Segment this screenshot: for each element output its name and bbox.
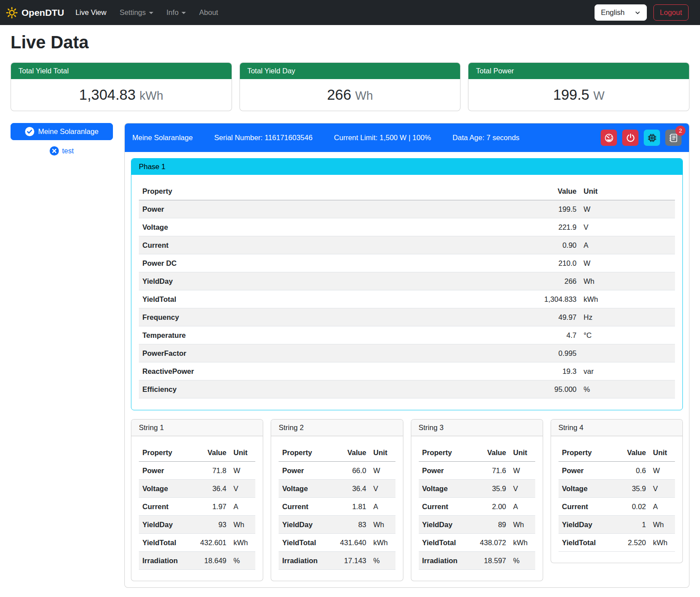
column-value: Value [328, 444, 370, 462]
sun-icon [6, 7, 18, 18]
unit-cell: A [510, 498, 535, 516]
property-cell: Power [139, 462, 188, 480]
property-cell: YieldDay [559, 516, 608, 534]
unit-cell: W [370, 462, 395, 480]
unit-cell: Hz [580, 308, 675, 326]
gauge-icon [604, 133, 614, 143]
unit-cell: % [230, 552, 255, 570]
unit-cell: var [580, 362, 675, 380]
limit-settings-button[interactable] [601, 130, 617, 146]
card-total-yield-day: Total Yield Day 266Wh [239, 62, 461, 111]
caret-down-icon [181, 12, 186, 14]
value-cell: 35.9 [608, 480, 649, 498]
property-cell: Temperature [139, 326, 514, 344]
property-cell: Power DC [139, 254, 514, 272]
power-icon [626, 133, 635, 143]
column-value: Value [608, 444, 649, 462]
property-cell: Current [279, 498, 328, 516]
column-property: Property [419, 444, 468, 462]
table-row: Voltage36.4V [279, 480, 395, 498]
string-card-3: String 3 Property Value Unit [411, 419, 543, 581]
table-row: ReactivePower19.3var [139, 362, 675, 380]
nav-item-info[interactable]: Info [167, 8, 186, 17]
unit-cell: W [230, 462, 255, 480]
card-unit: Wh [355, 89, 373, 102]
device-info-button[interactable] [644, 130, 660, 146]
unit-cell: kWh [649, 534, 675, 552]
inverter-list: Meine Solaranlage test [11, 123, 113, 156]
table-row: Current1.97A [139, 498, 255, 516]
inverter-limit: Current Limit: 1,500 W | 100% [334, 134, 431, 142]
brand[interactable]: OpenDTU [6, 7, 64, 18]
unit-cell: Wh [510, 516, 535, 534]
unit-cell: W [510, 462, 535, 480]
value-cell: 93 [188, 516, 230, 534]
inverter-panel: Meine Solaranlage Serial Number: 1161716… [124, 123, 689, 588]
value-cell: 36.4 [188, 480, 230, 498]
value-cell: 1.97 [188, 498, 230, 516]
nav-item-live-view[interactable]: Live View [76, 8, 106, 17]
column-unit: Unit [580, 182, 675, 200]
table-row: Irradiation18.649% [139, 552, 255, 570]
unit-cell: kWh [370, 534, 395, 552]
unit-cell: Wh [370, 516, 395, 534]
caret-down-icon [149, 12, 153, 14]
language-select[interactable]: English [595, 4, 646, 21]
property-cell: YieldTotal [139, 534, 188, 552]
inverter-select-button[interactable]: Meine Solaranlage [11, 123, 113, 140]
string-title: String 3 [411, 420, 543, 436]
value-cell: 95.000 [514, 380, 580, 398]
property-cell: Power [419, 462, 468, 480]
column-property: Property [139, 182, 514, 200]
value-cell: 71.8 [188, 462, 230, 480]
unit-cell: V [649, 480, 675, 498]
unit-cell: W [580, 254, 675, 272]
unit-cell: A [580, 236, 675, 254]
value-cell: 266 [514, 272, 580, 290]
inverter-item-test[interactable]: test [11, 146, 113, 156]
nav-item-settings[interactable]: Settings [120, 8, 153, 17]
property-cell: Voltage [419, 480, 468, 498]
table-row: Current0.02A [559, 498, 675, 516]
inverter-select-label: Meine Solaranlage [38, 127, 99, 136]
value-cell: 199.5 [514, 200, 580, 218]
card-title: Total Yield Day [240, 63, 461, 79]
table-row: YieldDay1Wh [559, 516, 675, 534]
property-cell: Voltage [139, 218, 514, 236]
value-cell: 2.520 [608, 534, 649, 552]
x-circle-icon [50, 146, 59, 156]
property-cell: Irradiation [419, 552, 468, 570]
table-row: YieldDay266Wh [139, 272, 675, 290]
chevron-down-icon [635, 10, 641, 16]
value-cell: 89 [468, 516, 510, 534]
value-cell: 0.6 [608, 462, 649, 480]
check-circle-icon [25, 127, 34, 136]
property-cell: YieldTotal [559, 534, 608, 552]
column-property: Property [559, 444, 608, 462]
event-count-badge: 2 [675, 126, 685, 136]
property-cell: YieldDay [139, 516, 188, 534]
card-value: 199.5 [553, 87, 590, 103]
nav-item-about[interactable]: About [199, 8, 218, 17]
string-card-1: String 1 Property Value Unit [131, 419, 263, 581]
value-cell: 1.81 [328, 498, 370, 516]
inverter-data-age: Data Age: 7 seconds [453, 134, 519, 142]
table-row: YieldDay93Wh [139, 516, 255, 534]
column-property: Property [279, 444, 328, 462]
power-button[interactable] [622, 130, 638, 146]
property-cell: Current [559, 498, 608, 516]
card-body: 199.5W [468, 79, 689, 111]
string-body: Property Value Unit Power71.6WVoltage35.… [411, 436, 543, 581]
property-cell: ReactivePower [139, 362, 514, 380]
event-log-button[interactable]: 2 [665, 130, 682, 146]
property-cell: Current [419, 498, 468, 516]
unit-cell: Wh [230, 516, 255, 534]
value-cell: 0.995 [514, 344, 580, 362]
table-row: YieldTotal432.601kWh [139, 534, 255, 552]
value-cell: 17.143 [328, 552, 370, 570]
phase-card: Phase 1 Property Value Unit Power199.5WV… [131, 158, 683, 410]
table-row: Irradiation17.143% [279, 552, 395, 570]
table-row: Temperature4.7°C [139, 326, 675, 344]
table-row: YieldTotal2.520kWh [559, 534, 675, 552]
logout-button[interactable]: Logout [653, 4, 689, 21]
